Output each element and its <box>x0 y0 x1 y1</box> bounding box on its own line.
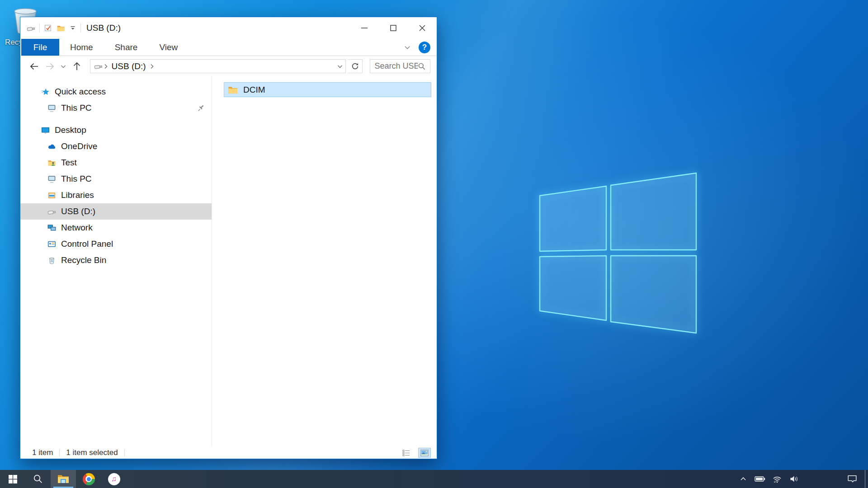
taskbar: ♫ <box>0 470 868 488</box>
refresh-icon <box>351 62 359 70</box>
new-folder-icon[interactable] <box>57 24 65 33</box>
expand-ribbon-chevron-icon[interactable] <box>403 43 411 52</box>
show-desktop-button[interactable] <box>865 470 868 488</box>
sidebar-item-onedrive[interactable]: OneDrive <box>20 138 212 155</box>
status-item-count: 1 item <box>32 448 53 457</box>
status-bar: 1 item 1 item selected <box>20 447 437 459</box>
svg-text:♻: ♻ <box>51 259 53 263</box>
sidebar-item-label: Desktop <box>55 125 86 135</box>
window-controls <box>350 17 437 39</box>
action-center-button[interactable] <box>840 470 865 488</box>
status-selected-count: 1 item selected <box>66 448 118 457</box>
sidebar-item-label: Test <box>61 158 77 168</box>
taskbar-chrome-button[interactable] <box>76 470 101 488</box>
customize-chevron-icon[interactable] <box>69 24 76 32</box>
tab-file[interactable]: File <box>21 39 59 56</box>
back-arrow-icon <box>29 61 40 72</box>
breadcrumb-chevron-icon[interactable] <box>149 63 155 70</box>
chevron-down-icon <box>60 63 66 70</box>
battery-icon <box>755 475 765 483</box>
back-button[interactable] <box>28 60 41 73</box>
taskbar-file-explorer-button[interactable] <box>51 470 76 488</box>
volume-icon <box>789 475 799 483</box>
tray-battery-button[interactable] <box>751 470 769 488</box>
details-view-button[interactable] <box>401 448 412 457</box>
sidebar-item-this-pc[interactable]: This PC <box>20 171 212 187</box>
sidebar-item-label: Libraries <box>61 190 94 200</box>
onedrive-cloud-icon <box>47 142 56 151</box>
sidebar-item-label: Recycle Bin <box>61 255 106 265</box>
tab-view[interactable]: View <box>148 39 189 56</box>
properties-check-icon[interactable] <box>44 24 52 33</box>
sidebar-item-desktop[interactable]: Desktop <box>20 122 212 138</box>
tab-home[interactable]: Home <box>59 39 104 56</box>
recent-locations-button[interactable] <box>58 60 68 73</box>
search-icon[interactable] <box>418 62 426 70</box>
maximize-icon <box>389 23 398 33</box>
tab-share[interactable]: Share <box>104 39 149 56</box>
refresh-button[interactable] <box>348 59 363 73</box>
forward-arrow-icon <box>44 61 55 72</box>
sidebar-item-label: Quick access <box>55 87 106 97</box>
sidebar-item-test[interactable]: Test <box>20 155 212 171</box>
up-arrow-icon <box>71 61 82 72</box>
computer-icon <box>47 175 56 183</box>
minimize-icon <box>360 23 369 33</box>
taskbar-search-button[interactable] <box>25 470 51 488</box>
sidebar-item-label: This PC <box>61 103 92 113</box>
wifi-icon <box>772 475 782 483</box>
address-bar[interactable]: USB (D:) <box>90 59 346 73</box>
maximize-button[interactable] <box>379 17 408 39</box>
details-view-icon <box>402 449 410 456</box>
libraries-icon <box>47 191 56 200</box>
up-button[interactable] <box>70 60 84 73</box>
system-tray <box>736 470 868 488</box>
search-input[interactable] <box>374 61 418 71</box>
control-panel-icon <box>47 240 56 249</box>
sidebar-item-this-pc-pinned[interactable]: This PC <box>20 100 212 116</box>
search-box[interactable] <box>370 59 430 73</box>
file-item-dcim[interactable]: DCIM <box>224 82 431 97</box>
pin-icon <box>197 104 205 112</box>
forward-button[interactable] <box>43 60 57 73</box>
minimize-button[interactable] <box>350 17 379 39</box>
sidebar-item-control-panel[interactable]: Control Panel <box>20 236 212 252</box>
start-button[interactable] <box>0 470 25 488</box>
search-icon <box>33 474 43 484</box>
breadcrumb-chevron-icon[interactable] <box>103 63 109 70</box>
action-center-icon <box>847 474 857 483</box>
sidebar-item-quick-access[interactable]: Quick access <box>20 84 212 100</box>
sidebar-item-libraries[interactable]: Libraries <box>20 187 212 203</box>
breadcrumb-drive[interactable]: USB (D:) <box>109 61 149 71</box>
taskbar-itunes-button[interactable]: ♫ <box>101 470 127 488</box>
help-button[interactable]: ? <box>419 42 430 53</box>
user-folder-icon <box>47 159 56 167</box>
usb-drive-icon <box>94 61 103 71</box>
tray-volume-button[interactable] <box>785 470 803 488</box>
sidebar-item-network[interactable]: Network <box>20 220 212 236</box>
ribbon-tab-row: File Home Share View ? <box>20 39 437 56</box>
sidebar-item-label: OneDrive <box>61 141 97 151</box>
toolbar-separator <box>39 23 40 33</box>
toolbar-separator <box>80 23 81 33</box>
close-icon <box>418 23 427 33</box>
sidebar-item-label: Control Panel <box>61 239 113 249</box>
large-icons-view-button[interactable] <box>419 448 430 457</box>
usb-drive-icon <box>26 23 36 33</box>
sidebar-item-usb-drive[interactable]: USB (D:) <box>20 203 212 220</box>
file-list-pane[interactable]: DCIM <box>212 76 437 447</box>
title-bar[interactable]: USB (D:) <box>20 17 437 39</box>
file-explorer-icon <box>57 474 69 484</box>
chrome-icon <box>83 473 95 485</box>
large-icons-view-icon <box>420 450 429 456</box>
tray-network-button[interactable] <box>769 470 785 488</box>
tray-show-hidden-icons-button[interactable] <box>736 470 751 488</box>
sidebar-item-recycle-bin[interactable]: ♻ Recycle Bin <box>20 252 212 268</box>
close-button[interactable] <box>408 17 437 39</box>
file-item-name: DCIM <box>243 85 265 95</box>
window-title: USB (D:) <box>86 23 121 33</box>
address-dropdown-chevron-icon[interactable] <box>336 63 344 70</box>
sidebar-item-label: This PC <box>61 174 92 184</box>
sidebar-item-label: USB (D:) <box>61 206 95 216</box>
folder-icon <box>227 84 238 95</box>
